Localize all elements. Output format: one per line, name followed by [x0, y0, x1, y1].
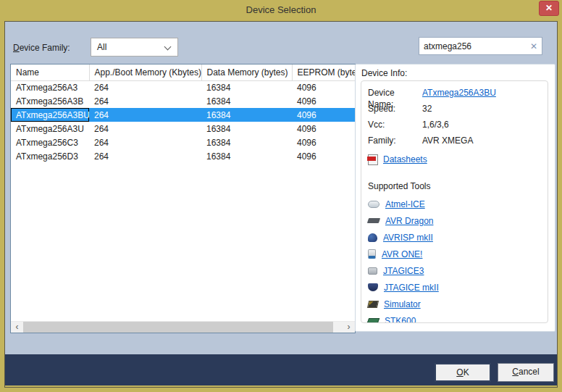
avr-one-icon — [368, 249, 376, 259]
device-value-cell[interactable]: 264 — [89, 122, 201, 135]
tool-link[interactable]: Atmel-ICE — [385, 199, 425, 209]
jtagice3-icon — [368, 267, 377, 275]
table-row[interactable]: ATxmega256D3264163844096 — [11, 149, 356, 163]
tool-link-row: AVR ONE! — [368, 246, 545, 262]
device-info-field-row: Family:AVR XMEGA — [368, 135, 545, 151]
column-header[interactable]: App./Boot Memory (Kbytes) — [89, 64, 201, 80]
device-name-cell[interactable]: ATxmega256A3BU — [11, 108, 89, 122]
device-value-cell[interactable]: 264 — [89, 108, 201, 122]
device-name-cell[interactable]: ATxmega256A3 — [11, 80, 89, 94]
device-value-cell[interactable]: 16384 — [201, 108, 292, 122]
column-header[interactable]: Name — [11, 64, 89, 80]
tool-link[interactable]: AVR ONE! — [382, 249, 422, 259]
column-header[interactable]: EEPROM (bytes) — [292, 64, 356, 80]
device-value-cell[interactable]: 4096 — [292, 108, 356, 122]
supported-tools-list: Atmel-ICEAVR DragonAVRISP mkIIAVR ONE!JT… — [368, 196, 545, 323]
horizontal-scrollbar[interactable]: ‹ › — [11, 321, 355, 333]
device-value-cell[interactable]: 4096 — [292, 94, 356, 108]
pdf-icon — [368, 154, 378, 165]
client-area: Device Family: All ✕ NameApp./Boot Memor… — [5, 22, 557, 354]
avr-dragon-icon — [367, 218, 380, 223]
device-value-cell[interactable]: 16384 — [201, 94, 292, 108]
tool-link[interactable]: STK600 — [385, 316, 416, 324]
device-family-dropdown[interactable]: All — [91, 38, 178, 57]
tool-link[interactable]: JTAGICE3 — [383, 266, 424, 276]
device-name-cell[interactable]: ATxmega256C3 — [11, 135, 89, 149]
atmel-ice-icon — [368, 201, 379, 208]
scroll-left-icon[interactable]: ‹ — [11, 322, 23, 333]
device-name-cell[interactable]: ATxmega256A3U — [11, 122, 89, 135]
column-header[interactable]: Data Memory (bytes) — [201, 64, 292, 80]
device-value-cell[interactable]: 16384 — [201, 135, 292, 149]
field-value: 32 — [422, 103, 432, 114]
scroll-right-icon[interactable]: › — [343, 322, 355, 333]
scrollbar-thumb[interactable] — [23, 322, 333, 333]
device-table-header: NameApp./Boot Memory (Kbytes)Data Memory… — [11, 64, 356, 80]
footer-bar: OK Cancel — [5, 354, 557, 385]
table-row[interactable]: ATxmega256C3264163844096 — [11, 135, 356, 149]
table-row[interactable]: ATxmega256A3264163844096 — [11, 80, 356, 94]
field-label: Vcc: — [368, 119, 422, 130]
device-family-selected-value: All — [97, 42, 106, 52]
stk600-icon — [367, 318, 380, 323]
tool-link[interactable]: Simulator — [384, 299, 421, 309]
tool-link-row: Atmel-ICE — [368, 196, 545, 212]
device-search-input[interactable] — [419, 41, 526, 51]
device-value-cell[interactable]: 4096 — [292, 135, 356, 149]
device-value-cell[interactable]: 16384 — [201, 149, 292, 163]
scrollbar-track[interactable] — [23, 322, 343, 333]
ok-button[interactable]: OK — [435, 363, 491, 382]
field-value: AVR XMEGA — [422, 135, 473, 146]
device-name-cell[interactable]: ATxmega256D3 — [11, 149, 89, 163]
titlebar: Device Selection ✕ — [0, 0, 562, 21]
device-info-fields: Device Name:ATxmega256A3BUSpeed:32Vcc:1,… — [368, 87, 545, 151]
table-row[interactable]: ATxmega256A3BU264163844096 — [11, 108, 356, 122]
device-value-cell[interactable]: 264 — [89, 94, 201, 108]
tool-link-row: AVRISP mkII — [368, 229, 545, 246]
device-value-cell[interactable]: 4096 — [292, 149, 356, 163]
jtagice-mkii-icon — [368, 283, 378, 291]
field-label: Family: — [368, 135, 422, 146]
device-info-box: Device Name:ATxmega256A3BUSpeed:32Vcc:1,… — [361, 80, 548, 323]
device-name-cell[interactable]: ATxmega256A3B — [11, 94, 89, 108]
device-info-field-row: Vcc:1,6/3,6 — [368, 119, 545, 135]
device-info-panel: Device Info: Device Name:ATxmega256A3BUS… — [355, 64, 555, 332]
device-value-cell[interactable]: 264 — [89, 135, 201, 149]
device-name-link[interactable]: ATxmega256A3BU — [422, 87, 496, 99]
cancel-button[interactable]: Cancel — [498, 363, 554, 382]
tool-link-row: JTAGICE mkII — [368, 279, 545, 296]
device-value-cell[interactable]: 16384 — [201, 122, 292, 135]
device-value-cell[interactable]: 264 — [89, 149, 201, 163]
device-search-box: ✕ — [419, 37, 542, 55]
device-info-field-row: Speed:32 — [368, 103, 545, 119]
field-label: Speed: — [368, 103, 422, 114]
tool-link-row: STK600 — [368, 312, 545, 323]
device-value-cell[interactable]: 264 — [89, 80, 201, 94]
chevron-down-icon — [164, 43, 172, 51]
device-table-panel: NameApp./Boot Memory (Kbytes)Data Memory… — [10, 64, 356, 333]
device-info-field-row: Device Name:ATxmega256A3BU — [368, 87, 545, 103]
device-table: NameApp./Boot Memory (Kbytes)Data Memory… — [11, 64, 356, 163]
tool-link[interactable]: AVRISP mkII — [383, 233, 433, 243]
device-table-body: ATxmega256A3264163844096ATxmega256A3B264… — [11, 80, 356, 163]
tool-link-row: Simulator — [368, 296, 545, 312]
table-row[interactable]: ATxmega256A3B264163844096 — [11, 94, 356, 108]
field-value: 1,6/3,6 — [422, 119, 449, 130]
tool-link-row: JTAGICE3 — [368, 262, 545, 279]
avrisp-mkii-icon — [368, 233, 377, 242]
device-value-cell[interactable]: 4096 — [292, 122, 356, 135]
tool-link[interactable]: AVR Dragon — [385, 216, 433, 226]
tool-link-row: AVR Dragon — [368, 212, 545, 229]
device-selection-dialog: Device Selection ✕ Device Family: All ✕ … — [0, 0, 562, 392]
table-row[interactable]: ATxmega256A3U264163844096 — [11, 122, 356, 135]
tool-link[interactable]: JTAGICE mkII — [384, 283, 439, 293]
device-info-heading: Device Info: — [361, 68, 407, 78]
datasheets-link[interactable]: Datasheets — [383, 154, 427, 164]
dialog-frame: Device Family: All ✕ NameApp./Boot Memor… — [4, 21, 558, 388]
device-value-cell[interactable]: 16384 — [201, 80, 292, 94]
clear-search-icon[interactable]: ✕ — [526, 41, 542, 51]
close-icon[interactable]: ✕ — [539, 1, 559, 16]
device-family-label: Device Family: — [13, 43, 70, 53]
dialog-title: Device Selection — [0, 4, 562, 15]
device-value-cell[interactable]: 4096 — [292, 80, 356, 94]
